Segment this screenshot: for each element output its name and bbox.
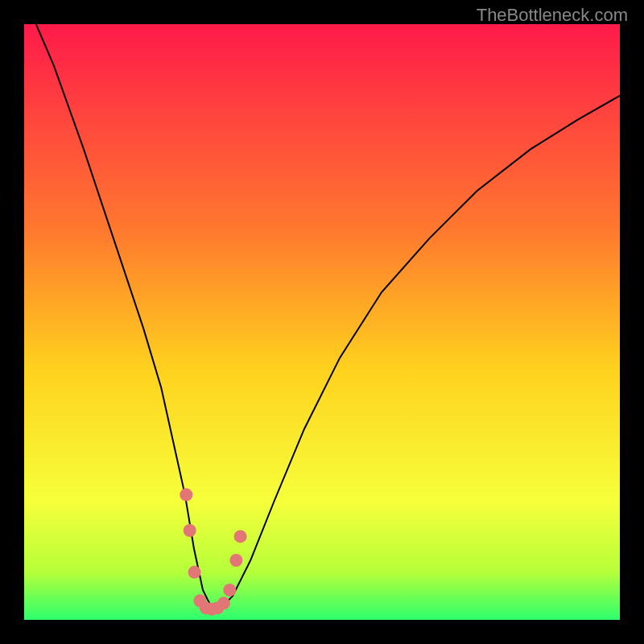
curve-layer <box>24 24 620 620</box>
curve-marker <box>217 597 230 609</box>
marker-group <box>180 489 246 616</box>
bottleneck-curve <box>36 24 620 608</box>
watermark-text: TheBottleneck.com <box>477 5 628 26</box>
plot-area <box>24 24 620 620</box>
curve-marker <box>234 530 247 543</box>
curve-marker <box>229 554 242 567</box>
chart-frame: TheBottleneck.com <box>0 0 644 644</box>
curve-marker <box>180 489 192 502</box>
curve-marker <box>188 566 201 579</box>
curve-marker <box>184 524 196 537</box>
curve-marker <box>223 584 236 597</box>
